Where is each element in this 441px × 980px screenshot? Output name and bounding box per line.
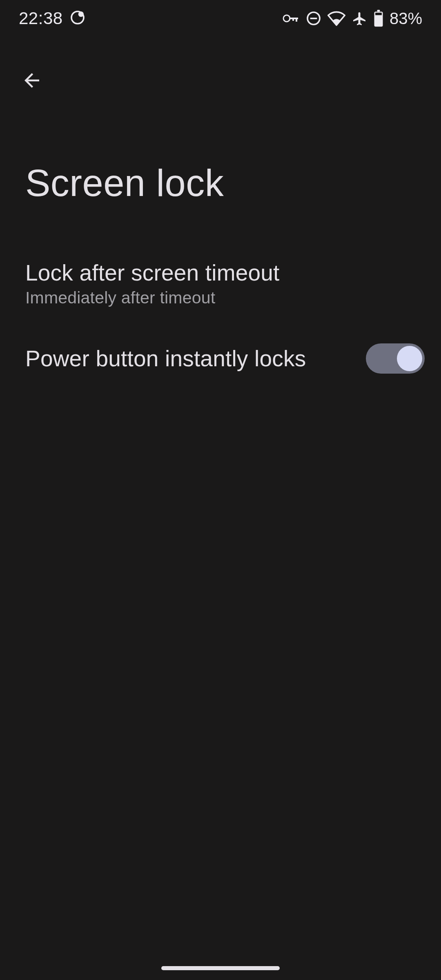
setting-subtitle: Immediately after timeout: [25, 288, 280, 307]
airplane-mode-icon: [351, 10, 368, 27]
notification-icon: [69, 9, 86, 27]
setting-title: Power button instantly locks: [25, 345, 306, 372]
do-not-disturb-icon: [305, 10, 322, 27]
battery-percent: 83%: [390, 9, 422, 28]
spacer: [0, 320, 441, 331]
svg-rect-10: [375, 13, 382, 15]
setting-texts: Lock after screen timeout Immediately af…: [25, 260, 280, 307]
settings-list: Lock after screen timeout Immediately af…: [0, 247, 441, 386]
status-bar: 22:38: [0, 0, 441, 37]
setting-lock-after-timeout[interactable]: Lock after screen timeout Immediately af…: [0, 247, 441, 320]
app-bar: [0, 61, 441, 100]
svg-rect-4: [296, 18, 297, 22]
svg-point-2: [283, 15, 290, 22]
wifi-icon: [327, 10, 345, 27]
arrow-back-icon: [21, 69, 43, 93]
setting-texts: Power button instantly locks: [25, 345, 306, 372]
svg-rect-5: [292, 18, 294, 21]
switch-knob: [397, 346, 422, 371]
power-button-locks-toggle[interactable]: [366, 343, 425, 374]
svg-point-1: [78, 11, 83, 17]
svg-rect-8: [377, 10, 380, 11]
status-right: 83%: [282, 9, 422, 28]
status-time: 22:38: [19, 9, 63, 28]
vpn-key-icon: [282, 13, 300, 24]
back-button[interactable]: [14, 63, 50, 99]
page-title: Screen lock: [25, 162, 224, 205]
setting-power-button-locks[interactable]: Power button instantly locks: [0, 331, 441, 386]
battery-icon: [373, 10, 384, 27]
svg-rect-7: [310, 18, 317, 19]
gesture-nav-handle[interactable]: [161, 966, 280, 970]
status-left: 22:38: [19, 9, 86, 28]
setting-title: Lock after screen timeout: [25, 260, 280, 286]
